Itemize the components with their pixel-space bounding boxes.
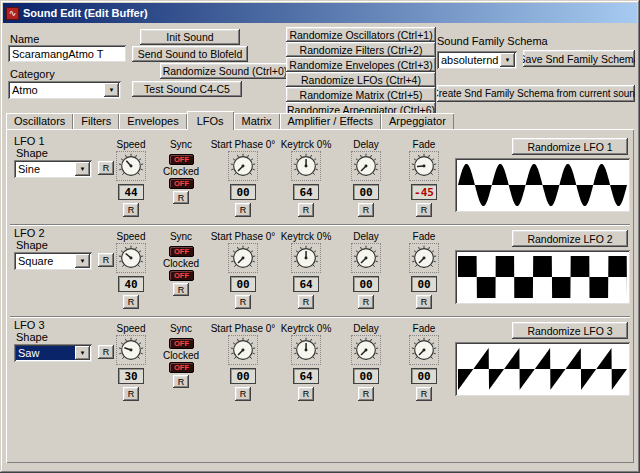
knob-value-display: 64 [293, 368, 319, 384]
knob-randomize-button[interactable]: R [123, 203, 139, 217]
clocked-label: Clocked [157, 349, 205, 361]
randomize-lfo-button[interactable]: Randomize LFO 1 [512, 138, 628, 155]
init-sound-button[interactable]: Init Sound [140, 29, 240, 45]
clocked-toggle-button[interactable]: OFF [169, 270, 194, 281]
sync-randomize-button[interactable]: R [173, 375, 189, 388]
sync-toggle-button[interactable]: OFF [169, 246, 194, 257]
knob-value-display: 30 [118, 368, 144, 384]
knob-dial[interactable] [291, 151, 321, 181]
knob-randomize-button[interactable]: R [298, 387, 314, 401]
sync-column: Sync OFF Clocked OFF R [157, 322, 205, 392]
knob-dial[interactable] [409, 243, 439, 273]
knob-dial[interactable] [228, 335, 258, 365]
tab-oscillators[interactable]: Oscillators [6, 113, 73, 129]
randomize-sound-button[interactable]: Randomize Sound (Ctrl+0) [160, 63, 290, 79]
knob-value-display: 40 [118, 276, 144, 292]
knob-randomize-button[interactable]: R [298, 203, 314, 217]
knob-randomize-button[interactable]: R [416, 295, 432, 309]
create-schema-button[interactable]: Create Snd Family Schema from current so… [437, 85, 635, 102]
tab-amplifier-effects[interactable]: Amplifier / Effects [280, 113, 381, 129]
knob-start-phase-0: Start Phase 0° 00 R [213, 230, 273, 309]
knob-value-display: 00 [411, 368, 437, 384]
randomize-lfos-button[interactable]: Randomize LFOs (Ctrl+4) [286, 72, 436, 87]
knob-randomize-button[interactable]: R [358, 203, 374, 217]
knob-label: Start Phase 0° [211, 322, 276, 334]
knob-fade: Fade 00 R [394, 230, 454, 309]
randomize-lfo-button[interactable]: Randomize LFO 3 [512, 322, 628, 339]
knob-dial[interactable] [409, 151, 439, 181]
knob-dial[interactable] [351, 243, 381, 273]
waveform-display [455, 158, 630, 212]
knob-dial[interactable] [116, 151, 146, 181]
knob-randomize-button[interactable]: R [123, 387, 139, 401]
save-schema-button[interactable]: Save Snd Family Schema [523, 50, 635, 67]
knob-randomize-button[interactable]: R [358, 295, 374, 309]
randomize-envelopes-button[interactable]: Randomize Envelopes (Ctrl+3) [286, 57, 436, 72]
knob-value-display: 64 [293, 184, 319, 200]
knob-randomize-button[interactable]: R [416, 203, 432, 217]
tab-filters[interactable]: Filters [73, 113, 119, 129]
knob-value-display: 44 [118, 184, 144, 200]
chevron-down-icon[interactable]: ▼ [500, 53, 515, 67]
knob-randomize-button[interactable]: R [298, 295, 314, 309]
knob-dial[interactable] [116, 243, 146, 273]
knob-dial[interactable] [291, 243, 321, 273]
knob-randomize-button[interactable]: R [235, 387, 251, 401]
schema-select[interactable]: absoluternd ▼ [437, 51, 517, 69]
knob-delay: Delay 00 R [336, 322, 396, 401]
knob-dial[interactable] [228, 243, 258, 273]
send-sound-to-blofeld-button[interactable]: Send Sound to Blofeld [132, 46, 248, 62]
titlebar[interactable]: ∿ Sound Edit (Edit Buffer) [3, 3, 637, 23]
knob-value-display: 00 [353, 276, 379, 292]
knob-label: Keytrck 0% [281, 322, 332, 334]
sound-edit-dialog: ∿ Sound Edit (Edit Buffer) Name Category… [0, 0, 640, 473]
chevron-down-icon[interactable]: ▼ [104, 83, 119, 97]
knob-randomize-button[interactable]: R [235, 295, 251, 309]
knob-speed: Speed 40 R [101, 230, 161, 309]
knob-speed: Speed 30 R [101, 322, 161, 401]
knob-dial[interactable] [116, 335, 146, 365]
lfo-2-section: LFO 2 Shape Square ▼ R Speed 40 R Start … [8, 226, 628, 318]
category-select[interactable]: Atmo ▼ [8, 81, 121, 99]
knob-delay: Delay 00 R [336, 230, 396, 309]
knob-randomize-button[interactable]: R [358, 387, 374, 401]
tab-arpeggiator[interactable]: Arpeggiator [381, 113, 454, 129]
sync-toggle-button[interactable]: OFF [169, 338, 194, 349]
name-label: Name [10, 33, 39, 45]
knob-randomize-button[interactable]: R [123, 295, 139, 309]
sync-randomize-button[interactable]: R [173, 191, 189, 204]
knob-value-display: 00 [230, 276, 256, 292]
knob-delay: Delay 00 R [336, 138, 396, 217]
test-sound-button[interactable]: Test Sound C4-C5 [132, 81, 242, 97]
clocked-toggle-button[interactable]: OFF [169, 178, 194, 189]
knob-dial[interactable] [291, 335, 321, 365]
knob-dial[interactable] [351, 335, 381, 365]
sync-label: Sync [157, 322, 205, 334]
sync-label: Sync [157, 230, 205, 242]
clocked-toggle-button[interactable]: OFF [169, 362, 194, 373]
randomize-filters-button[interactable]: Randomize Filters (Ctrl+2) [286, 42, 436, 57]
knob-randomize-button[interactable]: R [416, 387, 432, 401]
tab-envelopes[interactable]: Envelopes [119, 113, 186, 129]
name-input[interactable] [8, 45, 126, 62]
knob-dial[interactable] [351, 151, 381, 181]
knob-label: Speed [117, 138, 146, 150]
randomize-lfo-button[interactable]: Randomize LFO 2 [512, 230, 628, 247]
randomize-matrix-button[interactable]: Randomize Matrix (Ctrl+5) [286, 87, 436, 102]
category-value: Atmo [12, 83, 103, 97]
knob-randomize-button[interactable]: R [235, 203, 251, 217]
window-title: Sound Edit (Edit Buffer) [23, 7, 148, 19]
knob-label: Delay [353, 230, 379, 242]
tab-matrix[interactable]: Matrix [234, 113, 280, 129]
knob-label: Speed [117, 322, 146, 334]
sync-toggle-button[interactable]: OFF [169, 154, 194, 165]
knob-dial[interactable] [409, 335, 439, 365]
randomize-oscillators-button[interactable]: Randomize Oscillators (Ctrl+1) [286, 27, 436, 42]
knob-dial[interactable] [228, 151, 258, 181]
knob-keytrck-0: Keytrck 0% 64 R [276, 322, 336, 401]
category-label: Category [10, 68, 55, 80]
knob-value-display: 00 [230, 184, 256, 200]
clocked-label: Clocked [157, 257, 205, 269]
sync-randomize-button[interactable]: R [173, 283, 189, 296]
tab-lfos[interactable]: LFOs [187, 111, 234, 130]
